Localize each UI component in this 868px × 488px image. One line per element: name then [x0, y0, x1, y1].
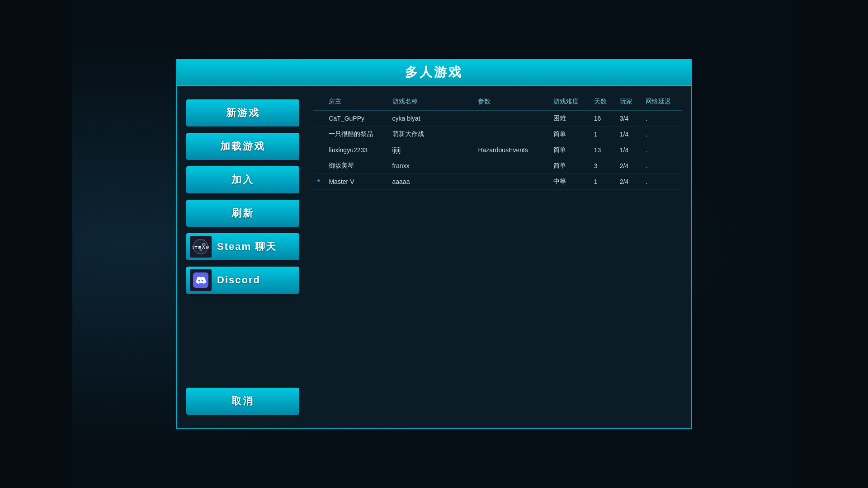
cell-players: 1/4	[615, 127, 641, 142]
cell-days: 16	[590, 111, 615, 127]
content-area: 新游戏 加载游戏 加入 刷新 STEAM Steam 聊天	[177, 86, 691, 428]
table-row[interactable]: CaT_GuPPycyka blyat困难163/4.	[313, 111, 682, 127]
table-body: CaT_GuPPycyka blyat困难163/4.一只很酷的祭品萌新大作战简…	[313, 111, 682, 190]
bg-left-panel	[0, 0, 72, 488]
row-marker	[313, 158, 324, 174]
cell-difficulty: 简单	[549, 127, 590, 142]
cell-days: 3	[590, 158, 615, 174]
col-marker	[313, 95, 324, 111]
load-game-button[interactable]: 加载游戏	[186, 133, 299, 160]
new-game-button[interactable]: 新游戏	[186, 99, 299, 127]
game-table: 房主 游戏名称 参数 游戏难度 天数 玩家 网络延迟 CaT_GuPPycyka…	[313, 95, 682, 190]
cell-params: HazardousEvents	[473, 142, 548, 158]
cell-params	[473, 111, 548, 127]
cell-host: Master V	[324, 174, 387, 190]
cell-latency: .	[641, 142, 682, 158]
steam-chat-label: Steam 聊天	[217, 240, 277, 253]
cell-host: 一只很酷的祭品	[324, 127, 387, 142]
cell-host: CaT_GuPPy	[324, 111, 387, 127]
bg-right-panel	[796, 0, 868, 488]
dialog-title: 多人游戏	[405, 64, 463, 81]
cell-difficulty: 困难	[549, 111, 590, 127]
cell-difficulty: 简单	[549, 158, 590, 174]
row-marker	[313, 142, 324, 158]
row-marker: *	[313, 174, 324, 190]
cell-difficulty: 简单	[549, 142, 590, 158]
cell-host: 御坂美琴	[324, 158, 387, 174]
game-list-area: 房主 游戏名称 参数 游戏难度 天数 玩家 网络延迟 CaT_GuPPycyka…	[308, 95, 691, 419]
row-marker	[313, 127, 324, 142]
discord-label: Discord	[217, 274, 260, 286]
discord-icon-box	[190, 269, 212, 291]
cell-days: 1	[590, 174, 615, 190]
cell-latency: .	[641, 127, 682, 142]
cell-players: 2/4	[615, 174, 641, 190]
title-bar: 多人游戏	[177, 60, 691, 86]
steam-icon-box: STEAM	[190, 236, 212, 258]
col-game-name: 游戏名称	[388, 95, 474, 111]
steam-icon: STEAM	[193, 239, 209, 255]
table-row[interactable]: *Master Vaaaaa中等12/4.	[313, 174, 682, 190]
table-header: 房主 游戏名称 参数 游戏难度 天数 玩家 网络延迟	[313, 95, 682, 111]
cell-days: 1	[590, 127, 615, 142]
svg-text:STEAM: STEAM	[193, 245, 209, 250]
col-params: 参数	[473, 95, 548, 111]
table-row[interactable]: 一只很酷的祭品萌新大作战简单11/4.	[313, 127, 682, 142]
cell-host: liuxingyu2233	[324, 142, 387, 158]
cell-params	[473, 127, 548, 142]
cell-game_name: franxx	[388, 158, 474, 174]
cell-game_name: aaaaa	[388, 174, 474, 190]
cell-latency: .	[641, 174, 682, 190]
cell-days: 13	[590, 142, 615, 158]
discord-button[interactable]: Discord	[186, 267, 299, 294]
cell-players: 1/4	[615, 142, 641, 158]
cell-params	[473, 158, 548, 174]
cell-players: 2/4	[615, 158, 641, 174]
join-button[interactable]: 加入	[186, 166, 299, 193]
cell-latency: .	[641, 111, 682, 127]
cell-game_name: ijijij	[388, 142, 474, 158]
row-marker	[313, 111, 324, 127]
cell-latency: .	[641, 158, 682, 174]
col-days: 天数	[590, 95, 615, 111]
main-dialog: 多人游戏 新游戏 加载游戏 加入 刷新 STEAM	[176, 59, 692, 429]
cell-difficulty: 中等	[549, 174, 590, 190]
col-latency: 网络延迟	[641, 95, 682, 111]
sidebar: 新游戏 加载游戏 加入 刷新 STEAM Steam 聊天	[177, 95, 308, 419]
cell-players: 3/4	[615, 111, 641, 127]
cell-params	[473, 174, 548, 190]
sidebar-spacer	[186, 300, 299, 381]
col-host: 房主	[324, 95, 387, 111]
col-difficulty: 游戏难度	[549, 95, 590, 111]
table-row[interactable]: 御坂美琴franxx简单32/4.	[313, 158, 682, 174]
steam-chat-button[interactable]: STEAM Steam 聊天	[186, 233, 299, 260]
cell-game_name: cyka blyat	[388, 111, 474, 127]
col-players: 玩家	[615, 95, 641, 111]
table-row[interactable]: liuxingyu2233ijijijHazardousEvents简单131/…	[313, 142, 682, 158]
discord-icon	[193, 272, 208, 288]
cell-game_name: 萌新大作战	[388, 127, 474, 142]
cancel-button[interactable]: 取消	[186, 388, 299, 415]
refresh-button[interactable]: 刷新	[186, 200, 299, 227]
